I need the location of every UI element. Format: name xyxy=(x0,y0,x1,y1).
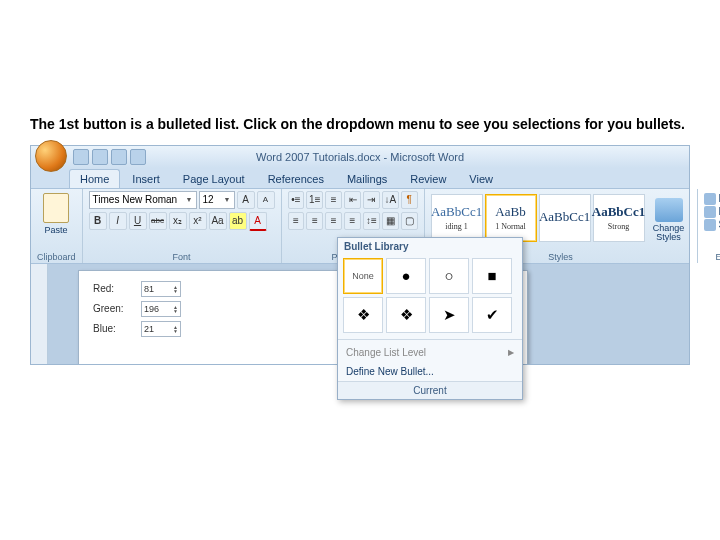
style-preview: AaBbCc1 xyxy=(431,204,482,220)
select-button[interactable]: Select xyxy=(704,219,720,231)
sort-button[interactable]: ↓A xyxy=(382,191,399,209)
align-center-button[interactable]: ≡ xyxy=(306,212,323,230)
highlight-button[interactable]: ab xyxy=(229,212,247,230)
bullet-option-diamond4[interactable]: ❖ xyxy=(343,297,383,333)
current-label: Current xyxy=(338,381,522,399)
change-level-label: Change List Level xyxy=(346,347,426,358)
bold-button[interactable]: B xyxy=(89,212,107,230)
change-styles-button[interactable]: Change Styles xyxy=(647,194,691,242)
line-spacing-button[interactable]: ↕≡ xyxy=(363,212,380,230)
bullets-button[interactable]: •≡ xyxy=(288,191,305,209)
paste-button[interactable]: Paste xyxy=(37,191,75,235)
clipboard-group: Paste Clipboard xyxy=(31,189,83,263)
bullet-option-square[interactable]: ■ xyxy=(472,258,512,294)
ribbon-tabs: Home Insert Page Layout References Maili… xyxy=(31,168,689,189)
borders-button[interactable]: ▢ xyxy=(401,212,418,230)
style-heading[interactable]: AaBbCc1iding 1 xyxy=(431,194,483,242)
change-list-level-item: Change List Level▶ xyxy=(338,343,522,362)
word-window: Word 2007 Tutorials.docx - Microsoft Wor… xyxy=(30,145,690,365)
tab-review[interactable]: Review xyxy=(399,169,457,188)
tab-insert[interactable]: Insert xyxy=(121,169,171,188)
font-name-value: Times New Roman xyxy=(93,194,178,205)
change-styles-icon xyxy=(655,198,683,222)
spinner-arrows-icon: ▲▼ xyxy=(173,305,178,313)
decrease-indent-button[interactable]: ⇤ xyxy=(344,191,361,209)
titlebar: Word 2007 Tutorials.docx - Microsoft Wor… xyxy=(31,146,689,168)
increase-indent-button[interactable]: ⇥ xyxy=(363,191,380,209)
grow-font-button[interactable]: A xyxy=(237,191,255,209)
italic-button[interactable]: I xyxy=(109,212,127,230)
none-label: None xyxy=(352,271,374,281)
multilevel-button[interactable]: ≡ xyxy=(325,191,342,209)
window-title: Word 2007 Tutorials.docx - Microsoft Wor… xyxy=(31,151,689,163)
red-label: Red: xyxy=(93,283,133,294)
font-color-button[interactable]: A xyxy=(249,212,267,231)
blue-spinner[interactable]: 21▲▼ xyxy=(141,321,181,337)
shading-button[interactable]: ▦ xyxy=(382,212,399,230)
chevron-right-icon: ▶ xyxy=(508,348,514,357)
style-normal[interactable]: AaBb1 Normal xyxy=(485,194,537,242)
spinner-arrows-icon: ▲▼ xyxy=(173,285,178,293)
paste-label: Paste xyxy=(44,225,67,235)
green-value: 196 xyxy=(144,304,159,314)
office-button[interactable] xyxy=(35,140,67,172)
font-size-combo[interactable]: 12▼ xyxy=(199,191,235,209)
numbering-button[interactable]: 1≡ xyxy=(306,191,323,209)
find-button[interactable]: Find xyxy=(704,193,720,205)
tab-view[interactable]: View xyxy=(458,169,504,188)
replace-button[interactable]: Replace xyxy=(704,206,720,218)
green-label: Green: xyxy=(93,303,133,314)
green-spinner[interactable]: 196▲▼ xyxy=(141,301,181,317)
blue-value: 21 xyxy=(144,324,154,334)
shrink-font-button[interactable]: A xyxy=(257,191,275,209)
tab-mailings[interactable]: Mailings xyxy=(336,169,398,188)
bullet-option-none[interactable]: None xyxy=(343,258,383,294)
style-name: 1 Normal xyxy=(495,222,525,231)
red-spinner[interactable]: 81▲▼ xyxy=(141,281,181,297)
editing-group: Find Replace Select Editing xyxy=(698,189,720,263)
font-group: Times New Roman▼ 12▼ A A B I U abc x₂ x²… xyxy=(83,189,282,263)
style-preview: AaBbCc1 xyxy=(539,209,590,225)
instruction-caption: The 1st button is a bulleted list. Click… xyxy=(30,115,690,135)
bullet-grid: None ● ○ ■ ❖ ❖ ➤ ✔ xyxy=(338,255,522,336)
bullet-option-circle[interactable]: ○ xyxy=(429,258,469,294)
subscript-button[interactable]: x₂ xyxy=(169,212,187,230)
strike-button[interactable]: abc xyxy=(149,212,167,230)
spinner-arrows-icon: ▲▼ xyxy=(173,325,178,333)
change-styles-label: Change Styles xyxy=(647,224,691,242)
font-size-value: 12 xyxy=(203,194,214,205)
style-strong[interactable]: AaBbCc1Strong xyxy=(593,194,645,242)
tab-page-layout[interactable]: Page Layout xyxy=(172,169,256,188)
divider xyxy=(338,339,522,340)
replace-icon xyxy=(704,206,716,218)
tab-references[interactable]: References xyxy=(257,169,335,188)
justify-button[interactable]: ≡ xyxy=(344,212,361,230)
find-icon xyxy=(704,193,716,205)
font-name-combo[interactable]: Times New Roman▼ xyxy=(89,191,197,209)
change-case-button[interactable]: Aa xyxy=(209,212,227,230)
show-marks-button[interactable]: ¶ xyxy=(401,191,418,209)
paste-icon xyxy=(43,193,69,223)
define-new-bullet-item[interactable]: Define New Bullet... xyxy=(338,362,522,381)
blue-label: Blue: xyxy=(93,323,133,334)
superscript-button[interactable]: x² xyxy=(189,212,207,230)
bullet-option-arrow[interactable]: ➤ xyxy=(429,297,469,333)
ribbon: Paste Clipboard Times New Roman▼ 12▼ A A… xyxy=(31,189,689,264)
bullet-library-dropdown: Bullet Library None ● ○ ■ ❖ ❖ ➤ ✔ Change… xyxy=(337,237,523,400)
editing-label: Editing xyxy=(704,251,720,262)
bullet-option-disc[interactable]: ● xyxy=(386,258,426,294)
style-item[interactable]: AaBbCc1 xyxy=(539,194,591,242)
bullet-option-check[interactable]: ✔ xyxy=(472,297,512,333)
chevron-down-icon: ▼ xyxy=(186,196,193,203)
underline-button[interactable]: U xyxy=(129,212,147,230)
style-preview: AaBb xyxy=(495,204,525,220)
font-group-label: Font xyxy=(89,251,275,262)
dropdown-title: Bullet Library xyxy=(338,238,522,255)
style-name: iding 1 xyxy=(445,222,467,231)
align-left-button[interactable]: ≡ xyxy=(288,212,305,230)
select-icon xyxy=(704,219,716,231)
tab-home[interactable]: Home xyxy=(69,169,120,188)
align-right-button[interactable]: ≡ xyxy=(325,212,342,230)
red-value: 81 xyxy=(144,284,154,294)
bullet-option-diamond[interactable]: ❖ xyxy=(386,297,426,333)
